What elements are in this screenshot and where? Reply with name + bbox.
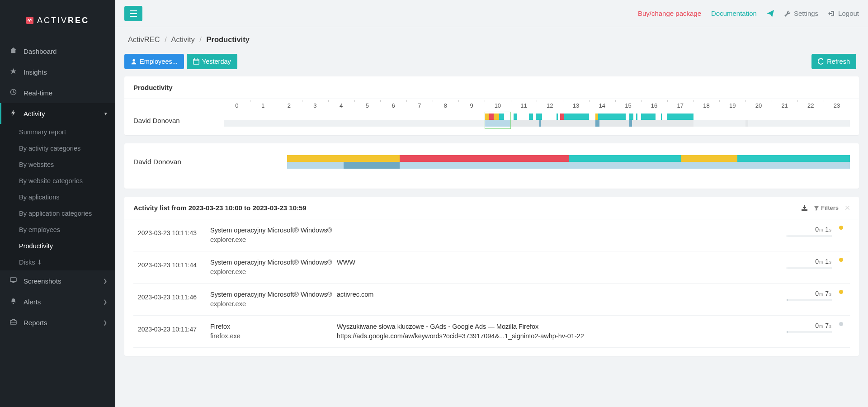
subnav-by-aplications[interactable]: By aplications xyxy=(0,189,115,205)
stacked-bars[interactable] xyxy=(287,155,850,169)
activity-row[interactable]: 2023-03-23 10:11:47Firefoxfirefox.exeWys… xyxy=(133,316,850,348)
stacked-segment[interactable] xyxy=(681,155,738,162)
timeline-segment[interactable] xyxy=(599,120,629,127)
stacked-segment[interactable] xyxy=(400,155,569,162)
activity-app: Firefoxfirefox.exe xyxy=(210,322,337,341)
stacked-segment[interactable] xyxy=(569,155,681,162)
subnav-by-application-categories[interactable]: By application categories xyxy=(0,205,115,222)
stacked-segment[interactable] xyxy=(400,162,569,169)
subnav-summary-report[interactable]: Summary report xyxy=(0,124,115,140)
sidebar-item-alerts[interactable]: Alerts❯ xyxy=(0,291,115,312)
timeline-segment[interactable] xyxy=(745,120,748,127)
timeline-segment[interactable] xyxy=(557,114,558,120)
timeline-segment[interactable] xyxy=(489,114,494,120)
subnav-by-activity-categories[interactable]: By activity categories xyxy=(0,140,115,156)
timeline-segment[interactable] xyxy=(499,114,505,120)
home-icon xyxy=(10,47,22,55)
timeline-segment[interactable] xyxy=(511,120,539,127)
download-button[interactable] xyxy=(802,205,807,211)
monitor-icon xyxy=(10,277,22,285)
activity-title: activrec.com xyxy=(337,290,769,299)
stacked-segment[interactable] xyxy=(569,162,850,169)
stacked-segment[interactable] xyxy=(287,155,400,162)
hour-tick: 23 xyxy=(824,102,850,109)
breadcrumb-current: Productivity xyxy=(207,35,250,43)
timeline-segment[interactable] xyxy=(629,114,633,120)
sidebar-item-activity[interactable]: Activity▾ xyxy=(0,103,115,124)
chevron-right-icon: ❯ xyxy=(103,299,107,305)
activity-time: 2023-03-23 10:11:43 xyxy=(133,226,210,237)
subnav-by-employees[interactable]: By employees xyxy=(0,222,115,238)
chevron-right-icon: ❯ xyxy=(103,278,107,284)
filters-button[interactable]: Filters xyxy=(814,204,839,211)
activity-row[interactable]: 2023-03-23 10:11:43System operacyjny Mic… xyxy=(133,219,850,251)
activity-title: WWW xyxy=(337,258,769,267)
stacked-segment[interactable] xyxy=(287,162,344,169)
employee-name: David Donovan xyxy=(133,114,224,127)
sidebar-item-screenshots[interactable]: Screenshots❯ xyxy=(0,270,115,291)
close-icon xyxy=(845,205,850,210)
documentation-link[interactable]: Documentation xyxy=(711,9,757,17)
sidebar-item-insights[interactable]: Insights xyxy=(0,62,115,82)
nav-label: Dashboard xyxy=(24,47,57,55)
star-icon xyxy=(10,68,22,76)
subnav-by-website-categories[interactable]: By website categories xyxy=(0,173,115,189)
stacked-segment[interactable] xyxy=(344,162,400,169)
hour-tick: 14 xyxy=(589,102,615,109)
timeline-segment[interactable] xyxy=(641,114,656,120)
breadcrumb-mid[interactable]: Activity xyxy=(171,35,194,43)
stacked-segment[interactable] xyxy=(737,155,850,162)
subnav-productivity[interactable]: Productivity xyxy=(0,238,115,254)
activity-status xyxy=(832,258,850,262)
hour-tick: 15 xyxy=(615,102,642,109)
hour-tick: 5 xyxy=(354,102,381,109)
timeline-row[interactable]: David Donovan xyxy=(133,114,850,127)
timeline-segment[interactable] xyxy=(564,114,589,120)
date-button[interactable]: Yesterday xyxy=(187,54,237,69)
hour-tick: 2 xyxy=(276,102,302,109)
timeline-segment[interactable] xyxy=(598,114,626,120)
hour-tick: 17 xyxy=(667,102,693,109)
download-icon xyxy=(802,205,807,211)
svg-rect-2 xyxy=(10,278,16,281)
timeline-segment[interactable] xyxy=(661,114,662,120)
timeline-segment[interactable] xyxy=(485,114,489,120)
subnav-by-websites[interactable]: By websites xyxy=(0,156,115,173)
timeline-segment[interactable] xyxy=(595,120,599,127)
sidebar-item-real-time[interactable]: Real-time xyxy=(0,82,115,103)
timeline-segment[interactable] xyxy=(632,120,693,127)
timeline-segment[interactable] xyxy=(536,114,542,120)
hour-tick: 6 xyxy=(380,102,406,109)
hour-tick: 13 xyxy=(563,102,589,109)
timeline-segment[interactable] xyxy=(529,114,533,120)
employees-button[interactable]: Employees... xyxy=(124,54,184,69)
brand-logo[interactable]: ACTIVREC xyxy=(0,0,115,41)
activity-duration: 0m 1s xyxy=(769,226,832,237)
refresh-button[interactable]: Refresh xyxy=(811,54,856,69)
sidebar-item-reports[interactable]: Reports❯ xyxy=(0,312,115,333)
timeline-segment[interactable] xyxy=(541,120,595,127)
sidebar-toggle-button[interactable] xyxy=(124,6,142,21)
close-button[interactable] xyxy=(845,205,850,210)
buy-package-link[interactable]: Buy/change package xyxy=(638,9,701,17)
breadcrumb-root[interactable]: ActivREC xyxy=(128,35,160,43)
subnav-disks[interactable]: Disks xyxy=(0,254,115,270)
send-link[interactable] xyxy=(767,10,774,17)
hour-tick: 20 xyxy=(745,102,772,109)
timeline-segment[interactable] xyxy=(514,114,518,120)
hour-tick: 19 xyxy=(719,102,745,109)
refresh-icon xyxy=(818,58,824,65)
activity-list-panel: Activity list from 2023-03-23 10:00 to 2… xyxy=(124,197,859,356)
sidebar-item-dashboard[interactable]: Dashboard xyxy=(0,41,115,62)
timeline-segment[interactable] xyxy=(494,114,499,120)
hamburger-icon xyxy=(130,10,137,17)
activity-row[interactable]: 2023-03-23 10:11:46System operacyjny Mic… xyxy=(133,284,850,316)
logout-link[interactable]: Logout xyxy=(828,9,859,17)
activity-row[interactable]: 2023-03-23 10:11:44System operacyjny Mic… xyxy=(133,251,850,284)
timeline-segment[interactable] xyxy=(667,114,693,120)
timeline-segment[interactable] xyxy=(485,120,511,127)
settings-link[interactable]: Settings xyxy=(784,9,818,17)
timeline-segment[interactable] xyxy=(560,114,564,120)
timeline-segment[interactable] xyxy=(636,114,637,120)
paper-plane-icon xyxy=(767,10,774,17)
